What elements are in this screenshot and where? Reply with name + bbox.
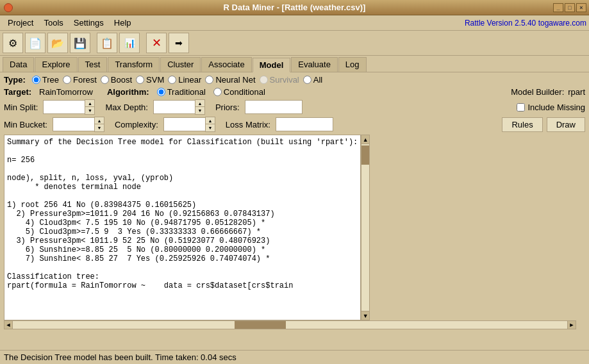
max-depth-down[interactable]: ▼	[195, 107, 204, 114]
complexity-spinner[interactable]: 0.0100 ▲ ▼	[163, 117, 215, 132]
settings-btn[interactable]: ⚙	[3, 33, 23, 53]
type-all-text: All	[313, 75, 322, 85]
algo-traditional-text: Traditional	[167, 87, 206, 97]
algo-traditional-radio[interactable]	[157, 88, 165, 96]
algorithm-label: Algorithm:	[107, 87, 149, 97]
tab-data[interactable]: Data	[3, 57, 34, 72]
status-text: The Decision Tree model has been built. …	[4, 352, 236, 362]
rules-btn[interactable]: Rules	[502, 117, 542, 132]
v-scroll-down[interactable]: ▼	[361, 311, 369, 320]
v-scroll-track[interactable]	[361, 144, 369, 311]
priors-input[interactable]	[245, 100, 303, 114]
type-survival-text: Survival	[270, 75, 299, 85]
type-linear-label[interactable]: Linear	[168, 75, 201, 85]
type-row: Type: Tree Forest Boost SVM Linear Neura…	[4, 75, 585, 85]
menu-help[interactable]: Help	[109, 17, 137, 29]
stop-btn[interactable]: ✕	[146, 33, 167, 53]
v-scroll-up[interactable]: ▲	[361, 135, 369, 144]
menu-bar: Project Tools Settings Help Rattle Versi…	[0, 15, 589, 31]
max-depth-input[interactable]: 30	[153, 100, 195, 114]
complexity-label: Complexity:	[115, 120, 158, 129]
tab-model[interactable]: Model	[253, 58, 291, 72]
type-tree-text: Tree	[42, 75, 59, 85]
type-boost-radio[interactable]	[101, 76, 109, 84]
new-doc-btn[interactable]: 📄	[25, 33, 46, 53]
tab-cluster[interactable]: Cluster	[160, 57, 201, 72]
v-scroll-thumb[interactable]	[361, 145, 369, 165]
priors-label: Priors:	[215, 103, 240, 112]
type-svm-radio[interactable]	[136, 76, 144, 84]
algo-conditional-label[interactable]: Conditional	[213, 87, 265, 97]
tab-evaluate[interactable]: Evaluate	[291, 57, 338, 72]
type-linear-radio[interactable]	[168, 76, 176, 84]
output-area[interactable]: Summary of the Decision Tree model for C…	[4, 135, 361, 320]
builder-label: Model Builder:	[511, 87, 564, 97]
quit-btn[interactable]: ➡	[169, 33, 189, 53]
export-btn[interactable]: 📊	[119, 33, 140, 53]
type-tree-label[interactable]: Tree	[32, 75, 59, 85]
include-missing-checkbox[interactable]	[517, 103, 525, 112]
menu-project[interactable]: Project	[3, 17, 38, 29]
loss-matrix-label: Loss Matrix:	[226, 120, 270, 129]
h-scroll-track[interactable]	[13, 320, 567, 329]
close-btn[interactable]: ×	[576, 3, 586, 12]
type-neural-label[interactable]: Neural Net	[205, 75, 255, 85]
type-neural-radio[interactable]	[205, 76, 213, 84]
h-scroll-right[interactable]: ►	[567, 320, 576, 329]
type-forest-label[interactable]: Forest	[63, 75, 97, 85]
min-split-spinner[interactable]: 20 ▲ ▼	[43, 99, 95, 115]
toolbar: ⚙ 📄 📂 💾 📋 📊 ✕ ➡	[0, 31, 589, 56]
complexity-up[interactable]: ▲	[206, 117, 215, 124]
type-survival-label: Survival	[260, 75, 299, 85]
maximize-btn[interactable]: □	[565, 3, 575, 12]
menu-settings[interactable]: Settings	[69, 17, 109, 29]
type-svm-label[interactable]: SVM	[136, 75, 164, 85]
status-bar: The Decision Tree model has been built. …	[0, 350, 589, 364]
min-split-input[interactable]: 20	[43, 100, 85, 114]
h-scrollbar-area[interactable]: ◄ ►	[4, 320, 576, 329]
min-bucket-input[interactable]: 7	[53, 117, 94, 131]
include-missing-label: Include Missing	[527, 103, 585, 112]
type-label: Type:	[4, 75, 26, 85]
min-bucket-spinner[interactable]: 7 ▲ ▼	[53, 117, 104, 132]
min-bucket-label: Min Bucket:	[4, 120, 47, 129]
tab-test[interactable]: Test	[78, 57, 108, 72]
open-file-btn[interactable]: 📂	[47, 33, 68, 53]
save-btn[interactable]: 💾	[70, 33, 90, 53]
type-all-radio[interactable]	[303, 76, 311, 84]
min-bucket-down[interactable]: ▼	[95, 124, 104, 131]
tab-log[interactable]: Log	[338, 57, 367, 72]
tab-associate[interactable]: Associate	[201, 57, 251, 72]
loss-matrix-input[interactable]	[276, 117, 333, 131]
max-depth-spinner[interactable]: 30 ▲ ▼	[153, 99, 205, 115]
v-scrollbar[interactable]: ▲ ▼	[361, 135, 370, 320]
title-bar: R Data Miner - [Rattle (weather.csv)] _ …	[0, 0, 589, 15]
min-bucket-up[interactable]: ▲	[95, 117, 104, 124]
type-forest-radio[interactable]	[63, 76, 71, 84]
max-depth-up[interactable]: ▲	[195, 100, 204, 107]
type-all-label[interactable]: All	[303, 75, 322, 85]
rattle-version: Rattle Version 2.5.40 togaware.com	[465, 19, 586, 28]
h-scroll-thumb[interactable]	[235, 321, 286, 329]
menu-tools[interactable]: Tools	[38, 17, 68, 29]
algo-traditional-label[interactable]: Traditional	[157, 87, 206, 97]
minimize-btn[interactable]: _	[553, 3, 563, 12]
min-split-down[interactable]: ▼	[85, 107, 94, 114]
algo-conditional-radio[interactable]	[213, 88, 222, 96]
os-button[interactable]	[4, 3, 13, 12]
complexity-input[interactable]: 0.0100	[163, 117, 205, 131]
complexity-down[interactable]: ▼	[206, 124, 215, 131]
type-tree-radio[interactable]	[32, 76, 40, 84]
report-btn[interactable]: 📋	[97, 33, 117, 53]
type-survival-radio	[260, 76, 268, 84]
type-boost-label[interactable]: Boost	[101, 75, 132, 85]
draw-btn[interactable]: Draw	[547, 117, 585, 132]
max-depth-label: Max Depth:	[105, 103, 147, 112]
tab-transform[interactable]: Transform	[108, 57, 160, 72]
h-scroll-left[interactable]: ◄	[4, 320, 13, 329]
algo-conditional-text: Conditional	[224, 87, 265, 97]
min-split-up[interactable]: ▲	[85, 100, 94, 107]
content-area: Type: Tree Forest Boost SVM Linear Neura…	[0, 72, 589, 332]
type-svm-text: SVM	[146, 75, 164, 85]
tab-explore[interactable]: Explore	[35, 57, 77, 72]
